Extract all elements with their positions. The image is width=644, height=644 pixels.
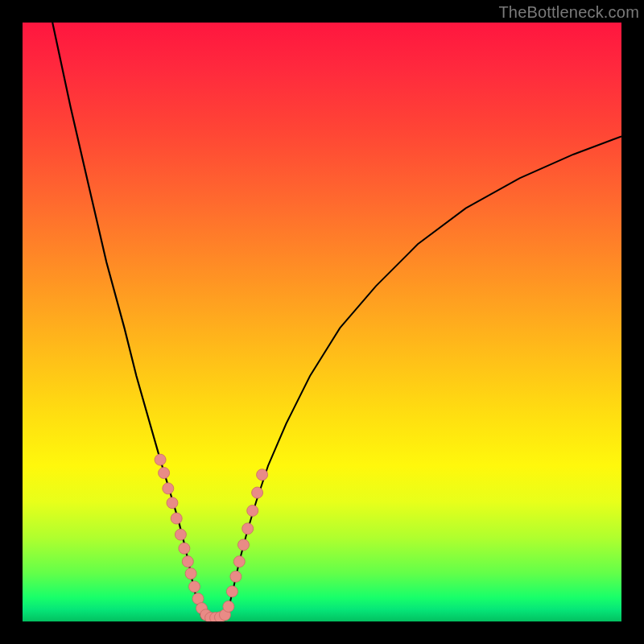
data-point [226, 586, 237, 597]
curve-layer [52, 23, 621, 621]
data-point [257, 469, 268, 481]
curve-right-path [226, 136, 621, 618]
data-point [223, 601, 234, 612]
data-point [179, 543, 190, 554]
chart-svg [23, 23, 621, 621]
data-point [167, 497, 178, 509]
plot-area [23, 23, 621, 621]
watermark-text: TheBottleneck.com [498, 3, 639, 22]
data-point [230, 571, 242, 582]
data-point [155, 454, 166, 465]
data-point [182, 556, 193, 568]
chart-stage: TheBottleneck.com [0, 0, 644, 644]
data-point [175, 529, 186, 540]
data-point [247, 505, 258, 516]
data-point [242, 523, 254, 535]
data-point [163, 483, 174, 494]
data-point [238, 539, 250, 551]
data-point [185, 568, 196, 580]
data-point [233, 556, 245, 568]
data-point [159, 468, 170, 479]
data-point [171, 513, 182, 524]
data-point [189, 581, 200, 592]
data-point [252, 487, 263, 498]
points-layer [155, 454, 268, 621]
